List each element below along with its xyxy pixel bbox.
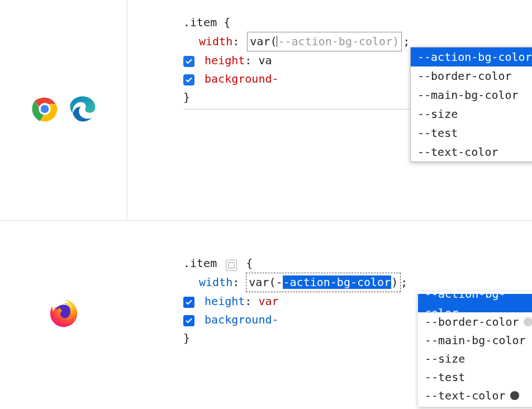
property-toggle-checkbox[interactable] [183, 297, 194, 308]
devtools-firefox: .item { width: var(--action-bg-color); h… [127, 221, 532, 409]
option-label: --size [425, 349, 465, 368]
flex-highlighter-icon[interactable] [226, 260, 237, 271]
open-brace: { [246, 256, 253, 270]
autocomplete-option[interactable]: --size [411, 104, 532, 123]
css-property-background[interactable]: background- [205, 72, 278, 85]
autocomplete-option[interactable]: --text-color#43434 [418, 386, 532, 405]
option-label: --border-color [417, 66, 512, 85]
autocomplete-option[interactable]: --action-bg-color#f9f7f [418, 294, 532, 312]
autocomplete-option[interactable]: --test20p [418, 368, 532, 386]
css-value-height[interactable]: var [258, 294, 278, 308]
css-selector[interactable]: .item [183, 256, 217, 270]
browser-icons-firefox [0, 221, 127, 409]
chrome-icon [30, 94, 60, 127]
edge-icon [68, 94, 98, 127]
option-label: --action-bg-color [417, 47, 532, 66]
css-property-width[interactable]: width [199, 275, 232, 289]
line-terminator: ; [403, 35, 410, 48]
autocomplete-option[interactable]: --border-color [411, 66, 532, 85]
css-value-edit-box[interactable]: var(--action-bg-color) [246, 273, 401, 292]
value-prefix: var( [250, 35, 277, 48]
property-toggle-checkbox[interactable] [183, 74, 194, 85]
css-property-height[interactable]: height [205, 294, 245, 308]
line-terminator: ; [401, 275, 407, 289]
option-label: --test [425, 368, 465, 387]
css-property-background[interactable]: background- [205, 313, 278, 326]
css-value-height[interactable]: va [258, 54, 272, 67]
firefox-icon [48, 297, 80, 332]
selected-completion-text: -action-bg-color [283, 275, 392, 289]
svg-rect-4 [229, 263, 234, 268]
autocomplete-option[interactable]: --action-bg-color [411, 47, 532, 66]
option-label: --border-color [425, 312, 519, 331]
close-brace: } [183, 91, 190, 104]
option-label: --text-color [417, 142, 498, 161]
close-brace: } [183, 331, 190, 345]
autocomplete-popup: --action-bg-color--border-color--main-bg… [410, 47, 532, 162]
autocomplete-option[interactable]: --main-bg-color#ff [418, 331, 532, 349]
autocomplete-option[interactable]: --size10p [418, 349, 532, 368]
css-property-width[interactable]: width [199, 35, 232, 48]
devtools-chrome: .item { width: var(--action-bg-color); h… [127, 0, 532, 220]
autocomplete-option[interactable]: --test [411, 123, 532, 142]
css-value-edit-box[interactable]: var(--action-bg-color) [247, 32, 402, 51]
autocomplete-popup: --action-bg-color#f9f7f--border-color#d2… [418, 292, 532, 407]
autocomplete-option[interactable]: --text-color [411, 142, 532, 161]
autocomplete-option[interactable]: --main-bg-color [411, 85, 532, 104]
browser-icons-chrome-edge [0, 0, 127, 220]
option-label: --text-color [425, 386, 506, 405]
css-property-height[interactable]: height [205, 54, 245, 67]
color-swatch-icon [524, 317, 532, 326]
option-label: --test [417, 123, 458, 142]
css-selector[interactable]: .item [183, 16, 217, 29]
option-label: --main-bg-color [425, 331, 526, 350]
color-swatch-icon [510, 391, 519, 400]
property-toggle-checkbox[interactable] [183, 315, 194, 326]
option-label: --size [417, 104, 458, 123]
autocomplete-option[interactable]: --border-color#d2d2d [418, 312, 532, 331]
option-label: --main-bg-color [417, 85, 519, 104]
ghost-completion: --action-bg-color) [278, 35, 399, 48]
property-toggle-checkbox[interactable] [183, 56, 194, 67]
open-brace: { [224, 16, 230, 29]
